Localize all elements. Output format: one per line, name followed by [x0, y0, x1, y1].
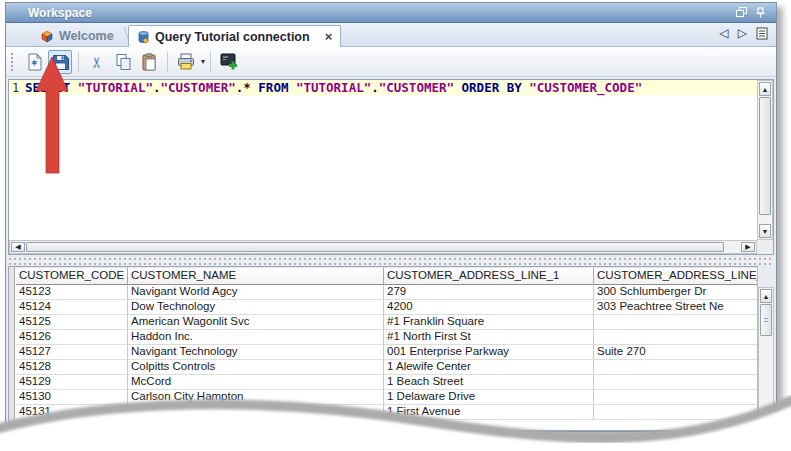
- save-button[interactable]: [48, 50, 72, 74]
- print-dropdown-icon[interactable]: ▾: [201, 57, 205, 66]
- table-cell[interactable]: American Wagonlit Svc: [128, 315, 384, 330]
- table-cell[interactable]: 45126: [16, 330, 128, 345]
- table-cell[interactable]: 4200: [384, 300, 594, 315]
- new-file-icon: ✶: [26, 53, 43, 71]
- column-header[interactable]: CUSTOMER_CODE: [16, 267, 128, 285]
- table-row[interactable]: 451311 First Avenue: [16, 405, 757, 420]
- tab-bar: Welcome Query Tutorial connection × ◁ ▷: [6, 23, 776, 47]
- table-cell[interactable]: 1 Alewife Center: [384, 360, 594, 375]
- copy-button[interactable]: [111, 50, 135, 74]
- svg-text:✶: ✶: [30, 58, 38, 68]
- table-cell[interactable]: [128, 405, 384, 420]
- table-cell[interactable]: Navigant Technology: [128, 345, 384, 360]
- workspace-window: Workspace Welcome Query: [5, 2, 777, 432]
- table-cell[interactable]: 1 Beach Street: [384, 375, 594, 390]
- table-cell[interactable]: Dow Technology: [128, 300, 384, 315]
- cut-icon: ✂: [88, 55, 106, 68]
- table-cell[interactable]: 45125: [16, 315, 128, 330]
- table-row[interactable]: 45127Navigant Technology001 Enterprise P…: [16, 345, 757, 360]
- tab-active-label: Query Tutorial connection: [155, 30, 310, 44]
- tab-scroll-right-icon[interactable]: ▷: [738, 26, 747, 40]
- titlebar: Workspace: [6, 3, 776, 23]
- sql-text: SELECT "TUTORIAL"."CUSTOMER".* FROM "TUT…: [25, 80, 642, 95]
- table-cell[interactable]: 001 Enterprise Parkway: [384, 345, 594, 360]
- table-row[interactable]: 45124Dow Technology4200303 Peachtree Str…: [16, 300, 757, 315]
- table-row[interactable]: 45130Carlson City Hampton1 Delaware Driv…: [16, 390, 757, 405]
- editor-vscroll-thumb[interactable]: [759, 97, 771, 215]
- column-header[interactable]: CUSTOMER_ADDRESS_LINE_1: [384, 267, 594, 285]
- table-cell[interactable]: [594, 405, 758, 420]
- tab-query-tutorial-connection[interactable]: Query Tutorial connection ×: [128, 25, 341, 47]
- table-cell[interactable]: Navigant World Agcy: [128, 285, 384, 300]
- table-cell[interactable]: 1 First Avenue: [384, 405, 594, 420]
- table-cell[interactable]: 45131: [16, 405, 128, 420]
- toolbar: ✶ ✂: [6, 47, 776, 77]
- table-cell[interactable]: [594, 375, 758, 390]
- tab-list-icon[interactable]: [756, 27, 768, 40]
- pin-icon[interactable]: [755, 7, 766, 19]
- table-cell[interactable]: 279: [384, 285, 594, 300]
- line-number: 1: [9, 81, 25, 95]
- paste-icon: [141, 53, 158, 71]
- scroll-up-icon[interactable]: ▲: [759, 82, 771, 96]
- results-vscroll-thumb[interactable]: [760, 304, 772, 336]
- table-cell[interactable]: #1 North First St: [384, 330, 594, 345]
- table-cell[interactable]: 303 Peachtree Street Ne: [594, 300, 758, 315]
- tab-close-icon[interactable]: ×: [325, 32, 333, 42]
- table-cell[interactable]: 45127: [16, 345, 128, 360]
- scroll-down-icon[interactable]: ▼: [759, 224, 771, 238]
- tab-welcome-label: Welcome: [59, 29, 114, 43]
- cut-button[interactable]: ✂: [85, 50, 109, 74]
- table-row[interactable]: 45125American Wagonlit Svc#1 Franklin Sq…: [16, 315, 757, 330]
- table-cell[interactable]: Haddon Inc.: [128, 330, 384, 345]
- window-title: Workspace: [6, 6, 92, 20]
- table-row[interactable]: 45126Haddon Inc.#1 North First St: [16, 330, 757, 345]
- tab-welcome[interactable]: Welcome: [32, 25, 122, 47]
- table-cell[interactable]: 45128: [16, 360, 128, 375]
- table-row[interactable]: 45129McCord1 Beach Street: [16, 375, 757, 390]
- print-button[interactable]: [174, 50, 198, 74]
- table-cell[interactable]: 45123: [16, 285, 128, 300]
- sql-editor[interactable]: 1 SELECT "TUTORIAL"."CUSTOMER".* FROM "T…: [9, 80, 757, 240]
- scroll-left-icon[interactable]: ◀: [11, 242, 25, 252]
- table-cell[interactable]: 45130: [16, 390, 128, 405]
- print-icon: [177, 53, 195, 70]
- table-cell[interactable]: 300 Schlumberger Dr: [594, 285, 758, 300]
- paste-button[interactable]: [137, 50, 161, 74]
- results-vertical-scrollbar[interactable]: ▲: [758, 287, 774, 433]
- table-cell[interactable]: 45124: [16, 300, 128, 315]
- results-header-row: CUSTOMER_CODECUSTOMER_NAMECUSTOMER_ADDRE…: [16, 267, 757, 285]
- new-server-session-button[interactable]: [217, 50, 241, 74]
- float-window-icon[interactable]: [736, 7, 747, 17]
- table-cell[interactable]: [594, 330, 758, 345]
- editor-results-splitter[interactable]: [8, 257, 774, 265]
- table-cell[interactable]: [594, 315, 758, 330]
- sql-current-line[interactable]: 1 SELECT "TUTORIAL"."CUSTOMER".* FROM "T…: [9, 80, 757, 95]
- new-file-button[interactable]: ✶: [22, 50, 46, 74]
- toolbar-grip[interactable]: [10, 52, 15, 72]
- table-cell[interactable]: Suite 270: [594, 345, 758, 360]
- column-header[interactable]: CUSTOMER_NAME: [128, 267, 384, 285]
- table-cell[interactable]: Colpitts Controls: [128, 360, 384, 375]
- editor-vertical-scrollbar[interactable]: ▲ ▼: [757, 80, 773, 240]
- table-cell[interactable]: 1 Delaware Drive: [384, 390, 594, 405]
- editor-hscroll-thumb[interactable]: [26, 242, 724, 252]
- table-cell[interactable]: McCord: [128, 375, 384, 390]
- table-row[interactable]: 45123Navigant World Agcy279300 Schlumber…: [16, 285, 757, 300]
- save-icon: [52, 53, 69, 70]
- table-cell[interactable]: [594, 390, 758, 405]
- copy-icon: [115, 53, 132, 71]
- table-cell[interactable]: [594, 360, 758, 375]
- welcome-icon: [40, 30, 54, 43]
- tab-scroll-left-icon[interactable]: ◁: [720, 26, 729, 40]
- scroll-right-icon[interactable]: ▶: [741, 242, 755, 252]
- results-scroll-up-icon[interactable]: ▲: [760, 289, 772, 303]
- table-cell[interactable]: 45129: [16, 375, 128, 390]
- table-cell[interactable]: Carlson City Hampton: [128, 390, 384, 405]
- table-cell[interactable]: #1 Franklin Square: [384, 315, 594, 330]
- table-row[interactable]: 45128Colpitts Controls1 Alewife Center: [16, 360, 757, 375]
- sql-editor-panel: 1 SELECT "TUTORIAL"."CUSTOMER".* FROM "T…: [8, 79, 774, 255]
- editor-horizontal-scrollbar[interactable]: ◀ ▶: [9, 240, 757, 254]
- column-header[interactable]: CUSTOMER_ADDRESS_LINE_: [594, 267, 758, 285]
- database-icon: [137, 30, 150, 44]
